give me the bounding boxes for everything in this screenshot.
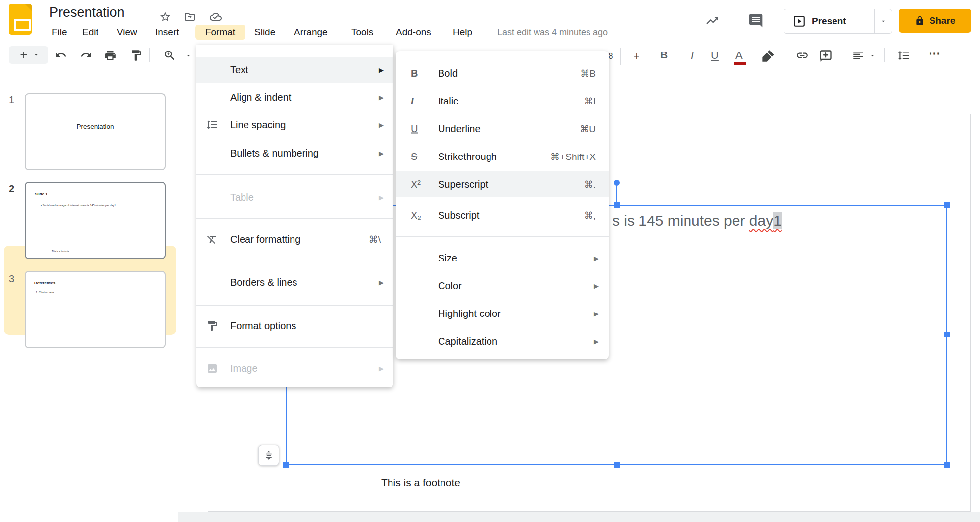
present-dropdown-button[interactable] [875, 18, 892, 25]
thumb-footnote: This is a footnote [52, 250, 69, 253]
menu-arrange[interactable]: Arrange [291, 25, 331, 40]
toolbar-divider [884, 48, 885, 62]
slide-footnote-text[interactable]: This is a footnote [381, 477, 460, 489]
activity-trend-icon[interactable] [705, 14, 720, 28]
shortcut-label: ⌘, [584, 210, 596, 221]
toolbar-divider [149, 48, 150, 62]
clear-formatting-icon [206, 233, 218, 245]
superscript-target: 1 [773, 212, 782, 229]
cloud-saved-icon[interactable] [209, 11, 223, 23]
shortcut-label: ⌘B [580, 68, 596, 79]
shortcut-label: ⌘I [584, 96, 596, 107]
menu-edit[interactable]: Edit [79, 25, 101, 40]
menu-item-align-indent[interactable]: Align & indent ▶ [196, 84, 393, 110]
italic-icon: I [411, 96, 414, 107]
menu-item-text[interactable]: Text ▶ [196, 57, 393, 83]
zoom-button[interactable] [163, 49, 176, 62]
undo-button[interactable] [54, 49, 67, 61]
menu-format[interactable]: Format [195, 25, 245, 40]
menu-item-clear-formatting[interactable]: Clear formatting ⌘\ [196, 226, 393, 252]
zoom-dropdown-icon[interactable] [185, 52, 192, 59]
add-comment-button[interactable] [819, 49, 833, 63]
insert-link-button[interactable] [795, 49, 810, 62]
last-edit-status[interactable]: Last edit was 4 minutes ago [497, 25, 608, 40]
menu-help[interactable]: Help [450, 25, 475, 40]
lock-icon [915, 16, 925, 26]
shortcut-label: ⌘+Shift+X [550, 151, 596, 162]
submenu-item-superscript[interactable]: X² Superscript ⌘. [396, 171, 609, 197]
toolbar-divider [919, 48, 919, 62]
menu-tools[interactable]: Tools [348, 25, 376, 40]
font-size-increase-button[interactable]: + [625, 48, 648, 65]
bold-button[interactable]: B [660, 49, 668, 61]
resize-handle-top-center[interactable] [614, 202, 620, 208]
plus-icon [18, 50, 29, 60]
submenu-item-bold[interactable]: B Bold ⌘B [396, 60, 609, 86]
menu-slide[interactable]: Slide [251, 25, 278, 40]
present-button[interactable]: Present [784, 9, 874, 33]
line-spacing-button[interactable] [897, 49, 911, 62]
submenu-item-color[interactable]: Color ▶ [396, 273, 609, 299]
google-slides-app: Presentation File Edit View Insert Forma… [0, 0, 980, 522]
underline-button[interactable]: U [711, 49, 719, 62]
highlight-color-button[interactable] [761, 49, 775, 63]
resize-handle-mid-right[interactable] [944, 332, 950, 337]
slide-number: 2 [9, 183, 14, 195]
menu-insert[interactable]: Insert [152, 25, 182, 40]
print-button[interactable] [104, 49, 117, 62]
menu-item-image: Image ▶ [196, 356, 393, 381]
paint-format-button[interactable] [130, 49, 143, 62]
menu-item-format-options[interactable]: Format options [196, 313, 393, 339]
new-slide-button[interactable] [9, 46, 48, 64]
submenu-item-underline[interactable]: U Underline ⌘U [396, 116, 609, 142]
share-button[interactable]: Share [899, 9, 971, 33]
menu-separator [196, 305, 393, 306]
submenu-arrow-icon: ▶ [379, 365, 384, 372]
resize-handle-bottom-right[interactable] [944, 462, 950, 468]
italic-button[interactable]: I [691, 49, 694, 62]
submenu-item-highlight-color[interactable]: Highlight color ▶ [396, 301, 609, 326]
autofit-options-button[interactable] [258, 445, 279, 466]
menu-item-line-spacing[interactable]: Line spacing ▶ [196, 112, 393, 138]
menu-view[interactable]: View [114, 25, 140, 40]
format-menu: Text ▶ Align & indent ▶ Line spacing ▶ B… [196, 45, 393, 387]
submenu-arrow-icon: ▶ [379, 150, 384, 157]
resize-handle-bottom-center[interactable] [614, 462, 620, 468]
resize-handle-top-right[interactable] [944, 202, 950, 208]
text-word: day [749, 212, 773, 229]
shortcut-label: ⌘U [580, 123, 596, 135]
image-icon [206, 363, 218, 374]
submenu-item-size[interactable]: Size ▶ [396, 245, 609, 271]
slide-body-text[interactable]: s is 145 minutes per day1 [612, 212, 782, 229]
menu-item-borders-lines[interactable]: Borders & lines ▶ [196, 269, 393, 295]
thumb-bullet-text: • Social media usage of internet users i… [41, 204, 116, 207]
text-color-bar [734, 62, 746, 65]
submenu-item-capitalization[interactable]: Capitalization ▶ [396, 328, 609, 354]
submenu-item-italic[interactable]: I Italic ⌘I [396, 88, 609, 114]
rotation-handle[interactable] [614, 180, 620, 186]
comments-icon[interactable] [747, 13, 764, 29]
move-to-folder-icon[interactable] [183, 11, 196, 23]
bold-icon: B [411, 68, 418, 79]
menu-add-ons[interactable]: Add-ons [393, 25, 434, 40]
submenu-arrow-icon: ▶ [379, 66, 384, 74]
slide-thumbnail-3[interactable]: References 1. Citation here [25, 271, 166, 348]
header-bar: Presentation File Edit View Insert Forma… [0, 0, 980, 41]
submenu-item-subscript[interactable]: X₂ Subscript ⌘, [396, 203, 609, 228]
more-options-button[interactable]: ⋯ [929, 47, 940, 60]
align-dropdown-icon[interactable] [869, 52, 876, 59]
text-color-button[interactable]: A [735, 49, 743, 62]
slide-thumbnail-1[interactable]: Presentation [25, 93, 166, 170]
star-icon[interactable] [159, 11, 171, 23]
document-title[interactable]: Presentation [49, 5, 125, 20]
redo-button[interactable] [80, 49, 93, 61]
align-button[interactable] [851, 49, 865, 62]
slides-logo-icon[interactable] [9, 4, 32, 35]
submenu-arrow-icon: ▶ [594, 255, 599, 262]
menu-item-bullets-numbering[interactable]: Bullets & numbering ▶ [196, 140, 393, 166]
submenu-item-strikethrough[interactable]: S Strikethrough ⌘+Shift+X [396, 144, 609, 169]
slide-number: 3 [9, 273, 14, 285]
slide-thumbnail-2[interactable]: Slide 1 • Social media usage of internet… [25, 182, 166, 259]
resize-handle-bottom-left[interactable] [283, 462, 289, 468]
menu-file[interactable]: File [49, 25, 70, 40]
